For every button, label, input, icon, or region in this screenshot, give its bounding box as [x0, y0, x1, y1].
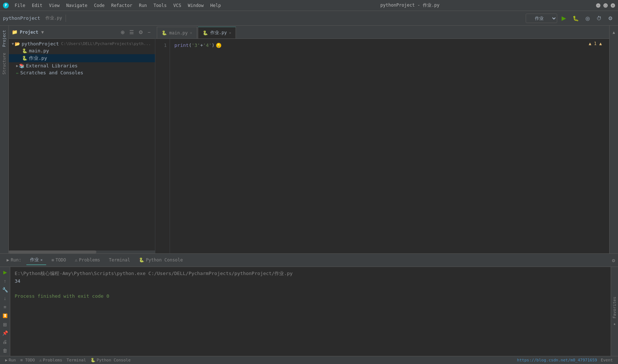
menu-code[interactable]: Code	[91, 2, 108, 9]
project-folder-icon: 📁	[12, 29, 18, 35]
menu-navigate[interactable]: Navigate	[63, 2, 90, 9]
main-tab-close[interactable]: ✕	[190, 31, 192, 35]
problems-tab-icon: ⚠	[75, 257, 77, 263]
tree-homework-py[interactable]: 🐍 作业.py	[9, 54, 155, 62]
sidebar-structure-tab[interactable]: Structure	[1, 50, 7, 78]
status-bar-right: https://blog.csdn.net/m0_47971659 Event	[517, 358, 615, 363]
menu-vcs[interactable]: VCS	[170, 2, 184, 9]
main-py-name: main.py	[29, 48, 49, 53]
favorites-label[interactable]: Favorites	[612, 297, 617, 319]
status-python-label: Python Console	[97, 358, 131, 363]
tab-homework-py[interactable]: 🐍 作业.py ✕	[198, 27, 236, 38]
menu-view[interactable]: View	[46, 2, 63, 9]
line-number-1: 1	[155, 42, 167, 49]
console-run-button[interactable]: ▶	[1, 269, 9, 276]
console-up-button[interactable]: ↑	[1, 278, 9, 285]
tree-main-py[interactable]: 🐍 main.py	[9, 47, 155, 54]
code-string-2: '4'	[203, 42, 211, 49]
external-lib-icon: 📚	[19, 63, 25, 68]
panel-collapse-button[interactable]: ☰	[128, 29, 136, 36]
console-softwrap-button[interactable]: ≡	[1, 304, 9, 311]
homework-tab-label: 作业.py	[210, 30, 227, 36]
console-wrench-button[interactable]: 🔧	[1, 286, 9, 293]
run-button[interactable]: ▶	[559, 13, 568, 23]
debug-button[interactable]: 🐛	[570, 14, 581, 23]
homework-py-name: 作业.py	[29, 55, 47, 62]
menu-bar: File Edit View Navigate Code Refactor Ru…	[12, 2, 224, 9]
main-py-icon: 🐍	[22, 48, 27, 53]
panel-settings-button[interactable]: ⚙	[137, 29, 145, 36]
sidebar-project-tab[interactable]: Project	[1, 27, 7, 50]
tree-scratches[interactable]: ✏ Scratches and Consoles	[9, 69, 155, 76]
bulb-icon[interactable]: 💡	[216, 43, 221, 48]
console-print-button[interactable]: 🖨	[1, 339, 9, 345]
homework-run-close[interactable]: ✕	[40, 258, 42, 262]
title-bar-left: P File Edit View Navigate Code Refactor …	[3, 2, 224, 9]
menu-help[interactable]: Help	[207, 2, 224, 9]
close-button[interactable]: ✕	[611, 3, 615, 8]
status-python-console[interactable]: 🐍 Python Console	[88, 358, 133, 363]
menu-file[interactable]: File	[12, 2, 28, 9]
code-editor[interactable]: print('3'+'4') 💡	[170, 39, 609, 253]
tree-external-libraries[interactable]: ▶ 📚 External Libraries	[9, 62, 155, 69]
bottom-panel-settings[interactable]: ⚙	[612, 257, 615, 263]
status-run[interactable]: ▶ Run	[3, 358, 18, 363]
bottom-tab-todo[interactable]: ≡ TODO	[48, 256, 70, 265]
project-dropdown-icon[interactable]: ▼	[41, 30, 44, 35]
menu-run[interactable]: Run	[136, 2, 150, 9]
status-problems-icon: ⚠	[39, 358, 42, 363]
console-layout-button[interactable]: ⊞	[1, 321, 9, 328]
bottom-tab-homework[interactable]: 作业 ✕	[26, 255, 46, 265]
bottom-toolbar: ▶ ↑ 🔧 ↓ ≡ ⏬ ⊞ 📌 🖨 🗑	[0, 267, 10, 356]
console-command-line: E:\Python核心编程-Amy\Python\Scripts\python.…	[15, 270, 606, 278]
right-sidebar-item[interactable]: ▲	[611, 27, 617, 38]
status-run-icon: ▶	[5, 358, 8, 363]
minimize-button[interactable]: −	[596, 3, 600, 8]
root-folder-icon: 📂	[15, 41, 20, 47]
panel-locate-button[interactable]: ⊕	[119, 29, 126, 36]
menu-edit[interactable]: Edit	[29, 2, 45, 9]
status-todo[interactable]: ≡ TODO	[18, 358, 37, 363]
status-problems-label: Problems	[43, 358, 62, 363]
favorites-pin-icon[interactable]: ★	[613, 322, 616, 326]
bottom-tab-python-console[interactable]: 🐍 Python Console	[135, 256, 186, 265]
profile-button[interactable]: ⏱	[594, 14, 604, 23]
homework-run-label: 作业	[30, 257, 39, 263]
console-output-34: 34	[15, 278, 606, 285]
python-console-icon: 🐍	[139, 257, 144, 263]
external-libraries-label: External Libraries	[26, 63, 78, 68]
console-empty-line	[15, 285, 606, 293]
bottom-tab-run[interactable]: ▶ Run:	[3, 256, 25, 265]
bottom-tab-problems[interactable]: ⚠ Problems	[71, 256, 104, 265]
maximize-button[interactable]: □	[603, 3, 608, 8]
project-scrollbar[interactable]	[9, 250, 155, 253]
scratches-label: Scratches and Consoles	[20, 70, 83, 75]
terminal-tab-label: Terminal	[109, 257, 130, 263]
root-path: C:\Users\DELL\PycharmProjects\pyth...	[61, 41, 151, 46]
status-todo-label: ≡ TODO	[21, 358, 35, 363]
menu-refactor[interactable]: Refactor	[108, 2, 135, 9]
console-scrollend-button[interactable]: ⏬	[1, 313, 9, 319]
code-print-keyword: print	[174, 42, 189, 49]
console-down-button[interactable]: ↓	[1, 295, 9, 302]
root-arrow-icon: ▼	[12, 42, 14, 46]
status-problems[interactable]: ⚠ Problems	[37, 358, 64, 363]
toolbar-right-actions: 作业 ▶ 🐛 ◎ ⏱ ⚙	[526, 13, 615, 23]
coverage-button[interactable]: ◎	[583, 14, 592, 23]
status-terminal[interactable]: Terminal	[64, 358, 88, 363]
menu-tools[interactable]: Tools	[151, 2, 170, 9]
console-clear-button[interactable]: 🗑	[1, 347, 9, 354]
panel-close-button[interactable]: −	[146, 29, 152, 36]
main-tab-label: main.py	[169, 30, 188, 36]
console-pin-button[interactable]: 📌	[1, 330, 9, 337]
menu-window[interactable]: Window	[185, 2, 207, 9]
toolbar-project-name: pythonProject	[3, 15, 40, 21]
tab-main-py[interactable]: 🐍 main.py ✕	[157, 27, 197, 38]
run-config-dropdown[interactable]: 作业	[526, 14, 557, 23]
homework-tab-close[interactable]: ✕	[229, 31, 231, 35]
status-event[interactable]: Event	[599, 358, 615, 363]
tree-root-item[interactable]: ▼ 📂 pythonProject C:\Users\DELL\PycharmP…	[9, 40, 155, 47]
bottom-tab-terminal[interactable]: Terminal	[105, 256, 134, 265]
status-link[interactable]: https://blog.csdn.net/m0_47971659	[517, 358, 597, 363]
settings-button[interactable]: ⚙	[606, 14, 615, 23]
